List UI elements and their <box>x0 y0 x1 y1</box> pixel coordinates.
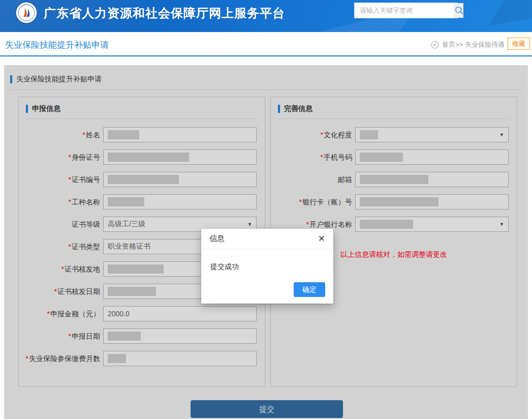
redacted-value <box>108 264 164 274</box>
breadcrumb-text: 首页>> 失业保险待遇 <box>442 40 505 49</box>
field-value: 高级工/三级 <box>108 220 145 229</box>
field-input[interactable] <box>355 149 509 165</box>
field-label-text: 银行卡（账）号 <box>302 198 352 206</box>
field-label-text: 证书类型 <box>72 243 100 251</box>
chevron-down-icon: ▼ <box>499 132 504 137</box>
field-value: 职业资格证书 <box>108 242 150 251</box>
field-select[interactable]: ▼ <box>355 127 509 142</box>
redacted-value <box>108 153 189 162</box>
field-value: 2000.0 <box>108 310 130 318</box>
redacted-value <box>108 287 156 296</box>
chevron-down-icon: ▼ <box>247 222 252 227</box>
close-icon[interactable]: ✕ <box>318 234 325 243</box>
field-input[interactable] <box>103 149 257 165</box>
field-input[interactable]: 2000.0 <box>103 306 257 321</box>
field-label-text: 证书核发地 <box>65 265 100 273</box>
field-label-text: 失业保险参保缴费月数 <box>29 354 100 363</box>
dialog-title: 信息 <box>209 234 225 244</box>
field-label: *证书编号 <box>19 175 103 184</box>
redacted-value <box>360 197 439 206</box>
field-label: *银行卡（账）号 <box>271 198 355 206</box>
required-asterisk: * <box>69 153 71 161</box>
field-label-text: 申报日期 <box>72 332 100 340</box>
section-title: 失业保险技能提升补贴申请 <box>16 75 102 84</box>
required-asterisk: * <box>69 243 71 251</box>
form-field-row: 邮箱 <box>271 172 517 187</box>
field-label-text: 身份证号 <box>72 153 100 161</box>
confirm-button[interactable]: 确定 <box>294 282 325 297</box>
field-select[interactable]: ▼ <box>355 217 509 232</box>
field-label: *身份证号 <box>19 153 103 161</box>
redacted-value <box>360 130 378 139</box>
app-header: 广东省人力资源和社会保障厅网上服务平台 <box>0 0 532 32</box>
field-label: *证书类型 <box>19 243 103 251</box>
required-asterisk: * <box>69 332 71 340</box>
breadcrumb[interactable]: 首页>> 失业保险待遇 <box>431 40 505 49</box>
form-field-row: *身份证号 <box>19 149 265 165</box>
field-input[interactable] <box>103 351 257 366</box>
field-label: *申报日期 <box>19 332 103 340</box>
field-input[interactable] <box>355 194 509 210</box>
gov-emblem-icon <box>15 2 38 24</box>
field-label-text: 证书核发日期 <box>57 287 100 295</box>
page-bar: 失业保险技能提升补贴申请 首页>> 失业保险待遇 收藏 <box>0 32 532 56</box>
required-asterisk: * <box>47 310 50 318</box>
platform-title: 广东省人力资源和社会保障厅网上服务平台 <box>44 5 285 21</box>
dialog-message: 提交成功 <box>201 249 333 272</box>
field-label-text: 申报金额（元） <box>50 310 100 318</box>
chevron-down-icon: ▼ <box>499 222 504 227</box>
field-label: *证书核发地 <box>19 265 103 273</box>
submit-button[interactable]: 提交 <box>191 400 343 418</box>
form-field-row: *姓名 <box>19 127 265 142</box>
redacted-value <box>108 197 144 206</box>
form-field-row: *文化程度▼ <box>271 127 517 142</box>
field-label: *姓名 <box>19 131 103 139</box>
required-asterisk: * <box>69 198 71 206</box>
required-asterisk: * <box>321 153 323 161</box>
panel-accent-bar <box>26 105 28 113</box>
field-label-text: 文化程度 <box>324 131 352 139</box>
redacted-value <box>108 332 141 341</box>
panel-title: 申报信息 <box>32 104 60 113</box>
required-asterisk: * <box>321 131 323 139</box>
required-asterisk: * <box>299 198 302 206</box>
required-asterisk: * <box>61 265 64 273</box>
section-divider <box>10 89 522 90</box>
form-field-row: *申报日期 <box>19 328 265 344</box>
search-button[interactable] <box>454 3 463 18</box>
field-label: 邮箱 <box>271 175 355 184</box>
field-label-text: 手机号码 <box>324 153 352 161</box>
field-input[interactable] <box>355 172 509 187</box>
field-label: 证书等级 <box>19 220 103 228</box>
section-accent-bar <box>10 75 12 83</box>
field-label-text: 开户银行名称 <box>309 220 352 228</box>
field-label-text: 证书等级 <box>72 220 100 228</box>
required-asterisk: * <box>69 175 71 184</box>
field-label: *手机号码 <box>271 153 355 161</box>
favorite-button[interactable]: 收藏 <box>508 38 530 50</box>
header-search <box>354 3 458 18</box>
field-label: *申报金额（元） <box>19 310 103 318</box>
field-input[interactable] <box>103 172 257 187</box>
return-home-icon <box>431 41 439 49</box>
field-label: *证书核发日期 <box>19 287 103 295</box>
panel-accent-bar <box>278 105 280 113</box>
panel-header: 完善信息 <box>271 97 517 113</box>
form-field-row: *失业保险参保缴费月数 <box>19 351 265 366</box>
required-asterisk: * <box>306 220 309 228</box>
complete-fields: *文化程度▼*手机号码邮箱*银行卡（账）号*开户银行名称▼ <box>271 119 517 232</box>
search-input[interactable] <box>355 3 454 18</box>
field-input[interactable] <box>103 127 257 142</box>
redacted-value <box>108 354 126 363</box>
dialog-header: 信息 ✕ <box>201 229 333 249</box>
required-asterisk: * <box>26 354 28 363</box>
required-asterisk: * <box>83 131 85 139</box>
redacted-value <box>360 220 413 229</box>
page-title: 失业保险技能提升补贴申请 <box>5 39 109 51</box>
message-dialog: 信息 ✕ 提交成功 确定 <box>201 229 333 304</box>
field-label-text: 工种名称 <box>72 198 100 206</box>
field-input[interactable] <box>103 194 257 210</box>
field-input[interactable] <box>103 328 257 344</box>
field-label-text: 姓名 <box>86 131 100 139</box>
field-label-text: 邮箱 <box>338 175 352 184</box>
